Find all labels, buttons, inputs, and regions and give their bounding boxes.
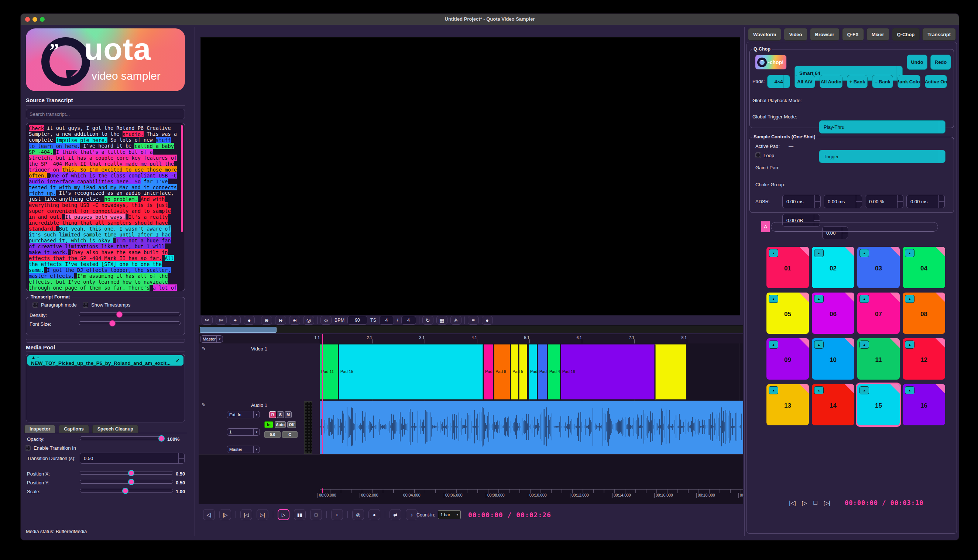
qc-go-end-button[interactable]: ▷| — [824, 499, 831, 507]
timeline-clip[interactable]: Pad 8 — [494, 344, 510, 400]
pad-trigger-icon[interactable]: ▲ — [859, 295, 869, 303]
pad-08[interactable]: ▲08 — [903, 293, 945, 334]
ts-numerator[interactable]: 4 — [379, 316, 394, 325]
pad-11[interactable]: ▲11 — [857, 338, 900, 380]
position-y-slider[interactable] — [80, 478, 173, 485]
hscroll-handle[interactable] — [200, 327, 276, 333]
audio-input-select[interactable]: Ext. In▾ — [227, 411, 260, 418]
audio-clip-lane[interactable] — [320, 401, 743, 455]
transcript-segment[interactable]: I think that's a little bit of a — [56, 149, 153, 155]
bank-scrollbar[interactable] — [771, 222, 938, 232]
spin-arrows[interactable] — [938, 195, 945, 208]
target-record-button[interactable]: ◎ — [352, 509, 364, 520]
loop-toggle-button[interactable]: ⇄ — [390, 509, 401, 520]
enable-transition-checkbox[interactable] — [25, 445, 31, 451]
timeline-clip[interactable]: Pad 15 — [339, 344, 483, 400]
media-pool-list[interactable]: ▲ - NEW_TOY_Picked_up_the_P6_by_Roland_a… — [26, 354, 185, 422]
tab-captions[interactable]: Captions — [59, 425, 89, 433]
transcript-segment[interactable]: a lot of — [153, 285, 177, 291]
solo-button[interactable]: S — [277, 411, 284, 418]
frame-forward-button[interactable]: |▷ — [219, 509, 231, 520]
qc-stop-button[interactable]: □ — [814, 499, 818, 507]
attack-spinbox[interactable]: 0.00 ms — [782, 195, 821, 208]
transcript-segment[interactable]: studio. — [122, 131, 144, 137]
spin-arrows[interactable] — [814, 195, 820, 208]
zoom-in-icon[interactable]: ⊕ — [261, 316, 272, 325]
pad-10[interactable]: ▲10 — [812, 338, 854, 380]
monitor-in-button[interactable]: In — [264, 421, 273, 428]
pad-trigger-icon[interactable]: ▲ — [905, 386, 914, 394]
transcript-segment[interactable] — [68, 249, 71, 255]
go-to-start-button[interactable]: |◁ — [240, 509, 252, 520]
tab-speech-cleanup[interactable]: Speech Cleanup — [92, 425, 139, 433]
transcript-segment[interactable]: impulse pie here. — [56, 137, 107, 143]
timeline-clip[interactable]: Pad 4 — [548, 344, 560, 400]
pad-trigger-icon[interactable]: ▲ — [859, 340, 869, 348]
release-spinbox[interactable]: 0.00 ms — [906, 195, 945, 208]
qc-play-button[interactable]: ▷ — [802, 499, 807, 507]
transcript-segment[interactable] — [149, 285, 152, 290]
paragraph-mode-checkbox[interactable] — [32, 302, 38, 308]
transcript-segment[interactable] — [125, 213, 129, 220]
pad-trigger-icon[interactable]: ▲ — [859, 249, 869, 257]
panel-splitter[interactable] — [26, 339, 185, 343]
transcript-segment[interactable] — [74, 273, 77, 278]
bpm-value[interactable]: 90 — [348, 316, 367, 325]
font-size-slider-knob[interactable] — [109, 320, 115, 327]
transcript-segment[interactable]: Check — [29, 125, 44, 131]
position-x-knob[interactable] — [128, 470, 134, 476]
pad-trigger-icon[interactable]: ▲ — [769, 340, 778, 348]
pad-trigger-icon[interactable]: ▲ — [769, 249, 778, 257]
show-timestamps-checkbox[interactable] — [83, 302, 88, 308]
pad-14[interactable]: ▲14 — [812, 384, 854, 425]
tab-q-chop[interactable]: Q-Chop — [892, 28, 920, 41]
timeline-clip[interactable]: Pad 2 — [529, 344, 537, 400]
playhead[interactable] — [322, 334, 323, 454]
magic-wand-icon[interactable]: ✳ — [450, 316, 461, 325]
target-icon[interactable]: ◎ — [303, 316, 314, 325]
pad-03[interactable]: ▲03 — [857, 247, 900, 288]
pad-layout-select[interactable]: 4×4 — [767, 75, 790, 88]
all-av-button[interactable]: All A/V — [794, 75, 815, 88]
metronome-button[interactable]: ♪ — [406, 509, 418, 520]
pad-09[interactable]: ▲09 — [766, 338, 809, 380]
transcript-scrollbar[interactable] — [181, 125, 183, 232]
record-circle-button[interactable]: ○ — [331, 509, 343, 520]
pad-06[interactable]: ▲06 — [812, 293, 854, 334]
audio-output-select[interactable]: Master▾ — [227, 446, 260, 453]
density-slider[interactable] — [79, 311, 181, 318]
play-button[interactable]: ▷ — [278, 509, 289, 520]
tab-inspector[interactable]: Inspector — [24, 425, 55, 433]
loop-checkbox[interactable] — [756, 152, 761, 158]
density-slider-knob[interactable] — [116, 312, 122, 318]
video-track-header[interactable]: ✎ Video 1 — [199, 343, 320, 401]
bank-color-button[interactable]: Bank Color — [898, 75, 920, 88]
cut-tool-icon[interactable]: ✂ — [202, 316, 213, 325]
qchop-button[interactable]: ” -chop! — [755, 55, 787, 70]
zoom-out-icon[interactable]: ⊖ — [275, 316, 286, 325]
frame-back-button[interactable]: ◁| — [203, 509, 215, 520]
scale-knob[interactable] — [122, 488, 129, 494]
right-splitter[interactable] — [744, 27, 745, 536]
spin-arrows[interactable] — [178, 453, 184, 463]
media-pool-item[interactable]: ▲ - NEW_TOY_Picked_up_the_P6_by_Roland_a… — [27, 355, 184, 366]
mixer-sliders-icon[interactable]: ≡ — [468, 316, 479, 325]
transcript-segment[interactable] — [138, 196, 140, 202]
master-track-select[interactable]: Master▾ — [200, 335, 223, 343]
transcript-segment[interactable]: So lots of new — [107, 137, 156, 143]
pad-trigger-icon[interactable]: ▲ — [905, 295, 914, 303]
opacity-slider[interactable] — [80, 435, 164, 442]
record-arm-button[interactable]: R — [269, 411, 276, 418]
bank-a-handle[interactable]: A — [761, 221, 770, 232]
transcript-segment[interactable]: It passes both ways. — [65, 213, 125, 220]
pad-02[interactable]: ▲02 — [812, 247, 854, 288]
active-on-button[interactable]: Active On — [925, 75, 947, 88]
left-splitter[interactable] — [195, 27, 195, 536]
opacity-slider-knob[interactable] — [159, 435, 165, 442]
tab-q-fx[interactable]: Q-FX — [842, 28, 864, 41]
position-y-knob[interactable] — [128, 479, 134, 485]
grid-table-icon[interactable]: ▦ — [436, 316, 448, 325]
spin-arrows[interactable] — [856, 195, 862, 208]
tab-video[interactable]: Video — [784, 28, 807, 41]
timeline-hscroll[interactable] — [199, 325, 743, 333]
